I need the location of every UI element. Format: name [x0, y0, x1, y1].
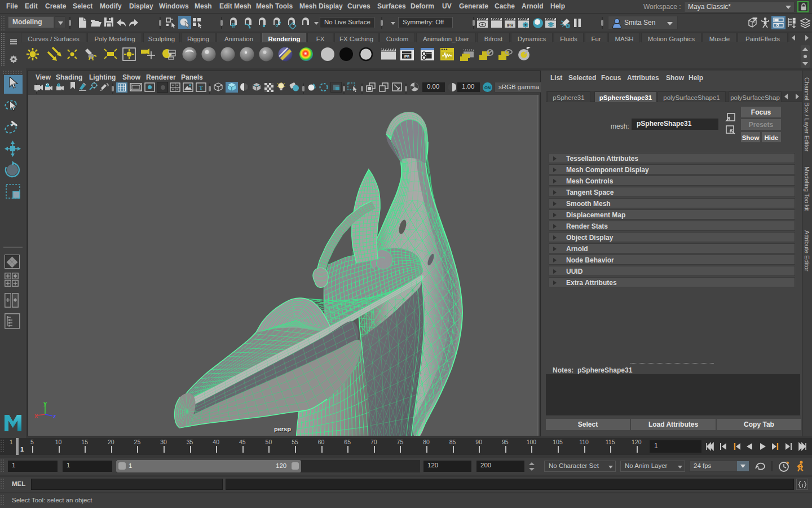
svg-text:y: y [43, 400, 47, 406]
svg-text:z: z [53, 413, 56, 419]
svg-text:ON: ON [484, 85, 491, 90]
svg-text:T: T [199, 84, 204, 91]
svg-text:IPR: IPR [507, 23, 514, 27]
svg-text:x: x [34, 412, 38, 419]
svg-text:IPR: IPR [404, 55, 410, 58]
